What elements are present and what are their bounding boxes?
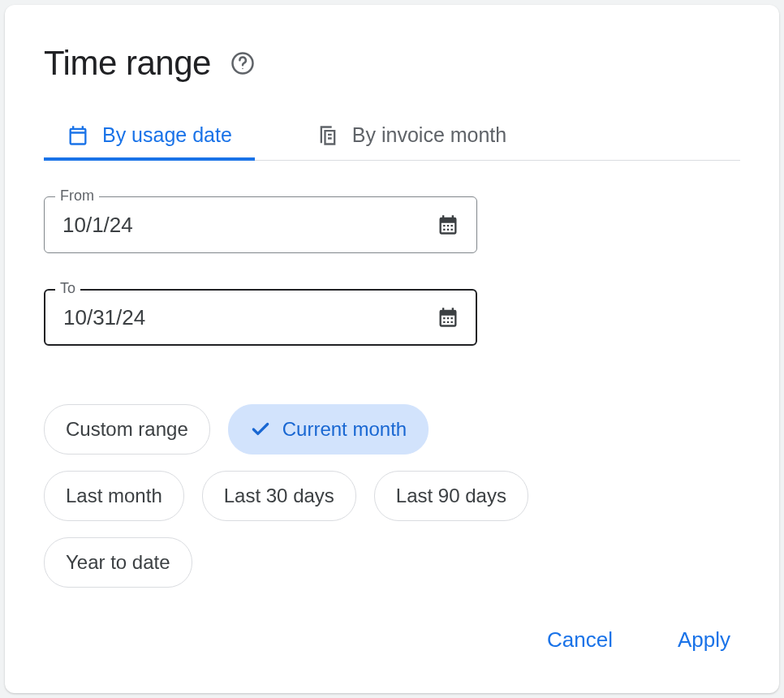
- dialog-header: Time range: [44, 44, 740, 83]
- tab-label: By usage date: [102, 123, 232, 147]
- tab-by-usage-date[interactable]: By usage date: [44, 112, 255, 160]
- chip-current-month[interactable]: Current month: [228, 404, 429, 455]
- range-chips: Custom range Current month Last month La…: [44, 404, 563, 588]
- invoice-icon: [317, 124, 339, 147]
- chip-last-month[interactable]: Last month: [44, 471, 184, 521]
- dialog-title: Time range: [44, 44, 211, 83]
- chip-label: Last 30 days: [224, 485, 334, 507]
- help-icon[interactable]: [230, 51, 255, 75]
- from-label: From: [55, 187, 99, 205]
- tab-bar: By usage date By invoice month: [44, 112, 740, 161]
- check-icon: [250, 419, 271, 440]
- chip-label: Custom range: [66, 418, 188, 441]
- calendar-icon: [67, 124, 89, 147]
- to-label: To: [55, 280, 80, 297]
- dialog-actions: Cancel Apply: [44, 600, 740, 661]
- calendar-picker-icon[interactable]: [437, 306, 459, 329]
- chip-label: Last month: [66, 485, 162, 507]
- chip-year-to-date[interactable]: Year to date: [44, 537, 192, 588]
- apply-button[interactable]: Apply: [668, 619, 740, 661]
- from-field-wrap: From: [44, 196, 477, 253]
- chip-custom-range[interactable]: Custom range: [44, 404, 210, 455]
- date-fields: From To: [44, 196, 740, 346]
- chip-last-30-days[interactable]: Last 30 days: [202, 471, 356, 521]
- cancel-button[interactable]: Cancel: [537, 619, 622, 661]
- chip-last-90-days[interactable]: Last 90 days: [374, 471, 528, 521]
- to-field-wrap: To: [44, 289, 477, 346]
- to-date-input[interactable]: [44, 289, 477, 346]
- tab-by-invoice-month[interactable]: By invoice month: [294, 112, 529, 160]
- chip-label: Last 90 days: [396, 485, 506, 507]
- chip-label: Current month: [282, 418, 407, 441]
- chip-label: Year to date: [66, 551, 170, 574]
- tab-label: By invoice month: [352, 123, 506, 147]
- time-range-dialog: Time range By usage date By i: [5, 5, 779, 693]
- from-date-input[interactable]: [44, 196, 477, 253]
- calendar-picker-icon[interactable]: [437, 213, 459, 236]
- svg-point-1: [242, 68, 243, 70]
